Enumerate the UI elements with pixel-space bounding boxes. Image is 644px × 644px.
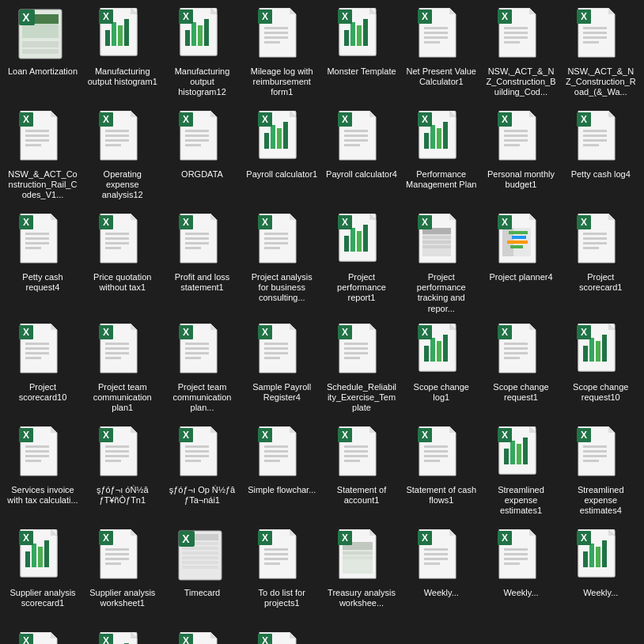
file-label: Streamlined expense estimates4	[565, 485, 636, 517]
svg-rect-351	[182, 547, 218, 550]
file-item[interactable]: X Manufacturing output histogram1	[83, 3, 162, 106]
file-icon: X	[177, 111, 228, 166]
file-icon: X	[97, 632, 148, 644]
svg-rect-285	[185, 450, 209, 453]
file-label: Scope change log1	[406, 382, 477, 403]
file-item[interactable]: X Project scorecard1	[561, 209, 640, 319]
file-item[interactable]: X Streamlined expense estimates4	[561, 422, 640, 525]
file-item[interactable]: X Timecard	[163, 525, 242, 627]
svg-rect-377	[424, 553, 448, 555]
file-icon: X	[496, 214, 547, 269]
svg-rect-202	[25, 343, 49, 345]
file-item[interactable]: X Profit and loss statement1	[163, 209, 242, 319]
file-item[interactable]: X To do list for projects1	[242, 525, 321, 627]
file-item[interactable]: X Personal monthly budget1	[482, 106, 561, 209]
file-item[interactable]: X Project analysis for business consulti…	[242, 209, 321, 319]
svg-rect-159	[264, 237, 288, 240]
file-icon: X	[177, 426, 228, 482]
file-icon: X	[496, 8, 547, 63]
file-item[interactable]: X Workshop...	[242, 627, 321, 644]
file-item[interactable]: X Operating expense analysis12	[83, 106, 162, 209]
file-icon: X	[575, 529, 626, 585]
file-item[interactable]: X Weekly...	[163, 627, 242, 644]
svg-rect-119	[504, 134, 528, 137]
file-item[interactable]: X şƒóƒ¬ı óŃ½â ƒT¥ñÒƒTn1	[83, 422, 162, 525]
file-icon: X	[336, 111, 387, 166]
file-item[interactable]: X ORGDATA	[163, 106, 242, 209]
file-icon: X	[336, 8, 387, 63]
file-item[interactable]: X Project team communication plan1	[83, 319, 162, 422]
svg-rect-234	[344, 343, 368, 345]
svg-rect-93	[264, 133, 269, 149]
svg-rect-237	[344, 357, 360, 359]
svg-rect-228	[264, 352, 288, 354]
svg-rect-268	[25, 445, 49, 448]
file-item[interactable]: X Mileage log with reimbursement form1	[242, 3, 321, 106]
svg-rect-11	[112, 22, 116, 46]
file-item[interactable]: X NSW_&_ACT_Construction_Rail_Codes_V1..…	[3, 106, 82, 209]
svg-rect-61	[583, 32, 607, 34]
file-item[interactable]: X Weekly...	[402, 525, 481, 627]
svg-marker-149	[210, 214, 217, 220]
svg-rect-210	[105, 343, 129, 345]
svg-rect-205	[25, 357, 41, 359]
svg-rect-328	[583, 460, 599, 462]
svg-rect-292	[264, 445, 288, 448]
file-item[interactable]: X Project performance tracking and repor…	[402, 209, 481, 319]
svg-rect-245	[437, 341, 441, 362]
file-item[interactable]: X Project planner4	[482, 209, 561, 319]
file-item[interactable]: X NSW,_ACT_&_NZ_Construction_Building_Co…	[482, 3, 561, 106]
file-label: Project planner4	[489, 272, 552, 282]
file-item[interactable]: X Project team communication plan...	[163, 319, 242, 422]
svg-rect-68	[25, 130, 49, 132]
file-item[interactable]: X Performance Management Plan	[402, 106, 481, 209]
file-item[interactable]: X Price quotation without tax1	[83, 209, 162, 319]
svg-rect-310	[424, 455, 448, 457]
file-item[interactable]: X Treasury analysis workshee...	[322, 525, 401, 627]
file-label: Project team communication plan1	[87, 382, 158, 414]
file-item[interactable]: X NSW,_ACT_&_NZ_Construction_Road_(&_Wa.…	[561, 3, 640, 106]
file-label: Loan Amortization	[8, 66, 78, 77]
file-item[interactable]: X Weekly...	[561, 525, 640, 627]
file-item[interactable]: X Project scorecard10	[3, 319, 82, 422]
file-item[interactable]: X Monster Template	[322, 3, 401, 106]
svg-text:X: X	[23, 532, 29, 544]
svg-rect-336	[38, 547, 43, 567]
file-icon: X	[416, 529, 467, 585]
file-item[interactable]: X Streamlined expense estimates1	[482, 422, 561, 525]
file-item[interactable]: X Weekly...	[3, 627, 82, 644]
file-item[interactable]: X Statement of account1	[322, 422, 401, 525]
file-item[interactable]: X Payroll calculator1	[242, 106, 321, 209]
file-item[interactable]: X Supplier analysis scorecard1	[3, 525, 82, 627]
file-item[interactable]: X şƒóƒ¬ı Op Ń½ƒâ ƒTa¬nái1	[163, 422, 242, 525]
file-item[interactable]: X Petty cash log4	[561, 106, 640, 209]
file-item[interactable]: X Schedule_Reliability_Exercise_Template	[322, 319, 401, 422]
svg-rect-134	[25, 233, 49, 235]
file-item[interactable]: X Project performance report1	[322, 209, 401, 319]
svg-rect-127	[583, 134, 607, 137]
file-label: Project performance report1	[326, 272, 397, 304]
file-label: Supplier analysis scorecard1	[7, 588, 78, 608]
svg-rect-244	[430, 338, 435, 362]
file-item[interactable]: X Simple flowchar...	[242, 422, 321, 525]
file-item[interactable]: X Scope change request1	[482, 319, 561, 422]
file-item[interactable]: X Services invoice with tax calculati...	[3, 422, 82, 525]
file-item[interactable]: X Supplier analysis worksheet1	[83, 525, 162, 627]
file-item[interactable]: X Weekly...	[482, 525, 561, 627]
svg-rect-395	[596, 547, 600, 567]
file-item[interactable]: X Payroll calculator4	[322, 106, 401, 209]
file-item[interactable]: X Loan Amortization	[3, 3, 82, 106]
file-item[interactable]: X Scope change log1	[402, 319, 481, 422]
file-item[interactable]: X Statement of cash flows1	[402, 422, 481, 525]
file-label: Project scorecard10	[7, 382, 78, 403]
file-icon: X	[575, 111, 626, 166]
file-item[interactable]: X Manufacturing output histogram12	[163, 3, 242, 106]
file-item[interactable]: X Net Present Value Calculator1	[402, 3, 481, 106]
svg-marker-367	[369, 529, 376, 536]
svg-rect-54	[504, 36, 528, 39]
file-item[interactable]: X Scope change request10	[561, 319, 640, 422]
svg-rect-294	[264, 455, 288, 457]
file-item[interactable]: X Sample Payroll Register4	[242, 319, 321, 422]
file-item[interactable]: X Petty cash request4	[3, 209, 82, 319]
file-item[interactable]: X Weekly...	[83, 627, 162, 644]
